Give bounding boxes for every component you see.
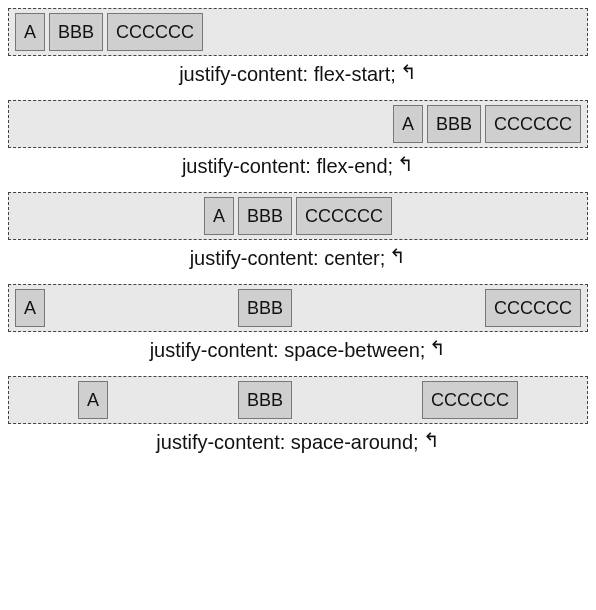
flex-item-c: CCCCCC (485, 105, 581, 143)
flex-container-space-around: A BBB CCCCCC (8, 376, 588, 424)
flex-item-b: BBB (238, 197, 292, 235)
example-center: A BBB CCCCCC justify-content: center; ↰ (8, 192, 588, 270)
arrow-icon: ↰ (423, 428, 440, 452)
flex-item-a: A (15, 289, 45, 327)
caption-text: justify-content: flex-start; (179, 63, 396, 86)
flex-container-flex-end: A BBB CCCCCC (8, 100, 588, 148)
flex-item-c: CCCCCC (422, 381, 518, 419)
flex-item-a: A (204, 197, 234, 235)
caption-space-between: justify-content: space-between; ↰ (8, 338, 588, 362)
flex-item-b: BBB (49, 13, 103, 51)
flex-container-center: A BBB CCCCCC (8, 192, 588, 240)
example-space-around: A BBB CCCCCC justify-content: space-arou… (8, 376, 588, 454)
flex-container-space-between: A BBB CCCCCC (8, 284, 588, 332)
arrow-icon: ↰ (400, 60, 417, 84)
flex-item-b: BBB (238, 381, 292, 419)
flex-item-c: CCCCCC (107, 13, 203, 51)
flex-item-a: A (393, 105, 423, 143)
example-flex-end: A BBB CCCCCC justify-content: flex-end; … (8, 100, 588, 178)
example-flex-start: A BBB CCCCCC justify-content: flex-start… (8, 8, 588, 86)
caption-text: justify-content: flex-end; (182, 155, 393, 178)
arrow-icon: ↰ (429, 336, 446, 360)
flex-item-c: CCCCCC (296, 197, 392, 235)
caption-center: justify-content: center; ↰ (8, 246, 588, 270)
flex-item-a: A (78, 381, 108, 419)
arrow-icon: ↰ (397, 152, 414, 176)
flex-container-flex-start: A BBB CCCCCC (8, 8, 588, 56)
caption-text: justify-content: space-around; (156, 431, 418, 454)
arrow-icon: ↰ (389, 244, 406, 268)
caption-space-around: justify-content: space-around; ↰ (8, 430, 588, 454)
caption-text: justify-content: space-between; (150, 339, 426, 362)
caption-flex-start: justify-content: flex-start; ↰ (8, 62, 588, 86)
caption-text: justify-content: center; (190, 247, 386, 270)
flex-item-c: CCCCCC (485, 289, 581, 327)
example-space-between: A BBB CCCCCC justify-content: space-betw… (8, 284, 588, 362)
flex-item-a: A (15, 13, 45, 51)
flex-item-b: BBB (427, 105, 481, 143)
caption-flex-end: justify-content: flex-end; ↰ (8, 154, 588, 178)
flex-item-b: BBB (238, 289, 292, 327)
